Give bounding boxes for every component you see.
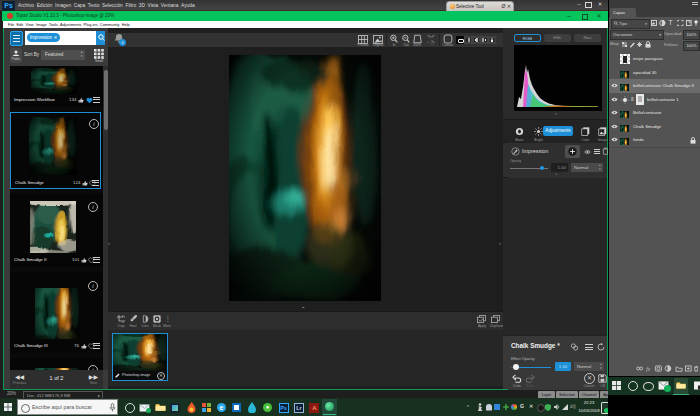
svg-text:fx: fx	[646, 365, 650, 371]
svg-text:T: T	[668, 20, 672, 26]
